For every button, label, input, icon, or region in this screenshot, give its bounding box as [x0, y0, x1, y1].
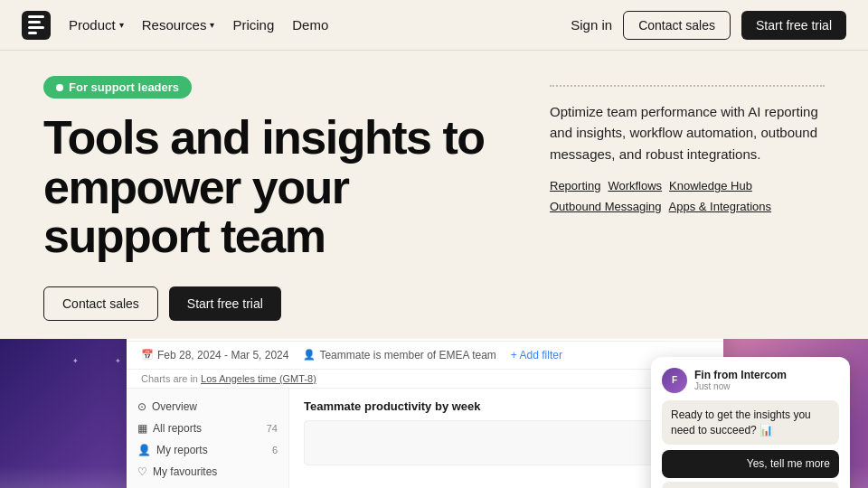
- signin-button[interactable]: Sign in: [571, 17, 612, 33]
- feature-link-integrations[interactable]: Apps & Integrations: [669, 200, 771, 213]
- nav-left: Product ▾ Resources ▾ Pricing Demo: [22, 11, 328, 40]
- chat-avatar: F: [662, 368, 687, 393]
- start-free-trial-button[interactable]: Start free trial: [741, 11, 846, 40]
- logo-line-3: [28, 26, 44, 29]
- sidebar-item-overview[interactable]: ⊙Overview: [127, 396, 288, 418]
- divider: [550, 85, 825, 87]
- chat-message: Ready to get the insights you need to su…: [662, 400, 839, 446]
- feature-links: Reporting Workflows Knowledge Hub Outbou…: [550, 179, 825, 213]
- chat-reply-1[interactable]: Yes, tell me more: [662, 450, 839, 478]
- all-reports-icon: ▦: [137, 422, 147, 435]
- nav-right: Sign in Contact sales Start free trial: [571, 11, 846, 40]
- timezone-note: Charts are in Los Angeles time (GMT-8): [127, 370, 723, 389]
- hero-section: For support leaders Tools and insights t…: [0, 51, 868, 339]
- logo-line-1: [28, 15, 44, 18]
- hero-left: For support leaders Tools and insights t…: [43, 76, 514, 321]
- chart-title: Teammate productivity by week: [304, 399, 709, 413]
- sidebar-item-my-reports[interactable]: 👤My reports 6: [127, 439, 288, 461]
- chat-header: F Fin from Intercom Just now: [662, 368, 839, 393]
- reports-sidebar: ⊙Overview ▦All reports 74 👤My reports 6 …: [127, 389, 289, 488]
- favourites-icon: ♡: [137, 465, 147, 478]
- chat-identity: Fin from Intercom Just now: [694, 369, 787, 391]
- badge-dot-icon: [56, 84, 63, 91]
- audience-badge: For support leaders: [43, 76, 192, 99]
- nav-pricing[interactable]: Pricing: [232, 17, 274, 33]
- sidebar-section-reports-folders: REPORTS FOLDERS: [127, 483, 288, 488]
- chevron-down-icon: ▾: [119, 20, 124, 30]
- feature-link-knowledge-hub[interactable]: Knowledge Hub: [669, 179, 752, 192]
- hero-title: Tools and insights to empower your suppo…: [43, 113, 514, 261]
- date-filter[interactable]: 📅 Feb 28, 2024 - Mar 5, 2024: [141, 349, 288, 361]
- nav-product[interactable]: Product ▾: [69, 17, 124, 33]
- hero-start-free-trial-button[interactable]: Start free trial: [169, 286, 281, 321]
- feature-link-outbound[interactable]: Outbound Messaging: [550, 200, 662, 213]
- hero-description: Optimize team performance with AI report…: [550, 101, 825, 164]
- chevron-down-icon: ▾: [210, 20, 214, 30]
- logo-icon: [28, 15, 44, 34]
- feature-link-reporting[interactable]: Reporting: [550, 179, 600, 192]
- teammate-filter[interactable]: 👤 Teammate is member of EMEA team: [303, 349, 495, 361]
- feature-link-workflows[interactable]: Workflows: [608, 179, 662, 192]
- hero-contact-sales-button[interactable]: Contact sales: [43, 286, 158, 321]
- chat-bubble: F Fin from Intercom Just now Ready to ge…: [651, 357, 850, 488]
- dashboard-filters: 📅 Feb 28, 2024 - Mar 5, 2024 👤 Teammate …: [127, 342, 723, 370]
- nav-resources[interactable]: Resources ▾: [142, 17, 215, 33]
- sidebar-item-all-reports[interactable]: ▦All reports 74: [127, 418, 288, 439]
- logo-line-2: [28, 21, 41, 23]
- logo[interactable]: [22, 11, 51, 40]
- timezone-link[interactable]: Los Angeles time (GMT-8): [201, 373, 316, 384]
- dashboard-card: ⊞ Teammate performance ♡ What's new ▾ 📅 …: [127, 339, 723, 488]
- contact-sales-button[interactable]: Contact sales: [623, 11, 731, 40]
- hero-actions: Contact sales Start free trial: [43, 286, 514, 321]
- my-reports-icon: 👤: [137, 444, 151, 456]
- sidebar-item-my-favourites[interactable]: ♡My favourites: [127, 461, 288, 483]
- logo-line-4: [28, 32, 37, 34]
- navbar: Product ▾ Resources ▾ Pricing Demo Sign …: [0, 0, 868, 51]
- chart-area: [304, 420, 709, 465]
- add-filter-button[interactable]: + Add filter: [511, 349, 562, 361]
- calendar-icon: 📅: [141, 349, 154, 361]
- overview-icon: ⊙: [137, 400, 146, 413]
- chat-reply-2[interactable]: I'm a customer with a question: [662, 482, 839, 488]
- nav-demo[interactable]: Demo: [292, 17, 328, 33]
- dashboard-content: ⊙Overview ▦All reports 74 👤My reports 6 …: [127, 389, 723, 488]
- person-icon: 👤: [303, 349, 316, 361]
- preview-section: ⊞ Teammate performance ♡ What's new ▾ 📅 …: [0, 339, 868, 488]
- hero-right: Optimize team performance with AI report…: [550, 76, 825, 321]
